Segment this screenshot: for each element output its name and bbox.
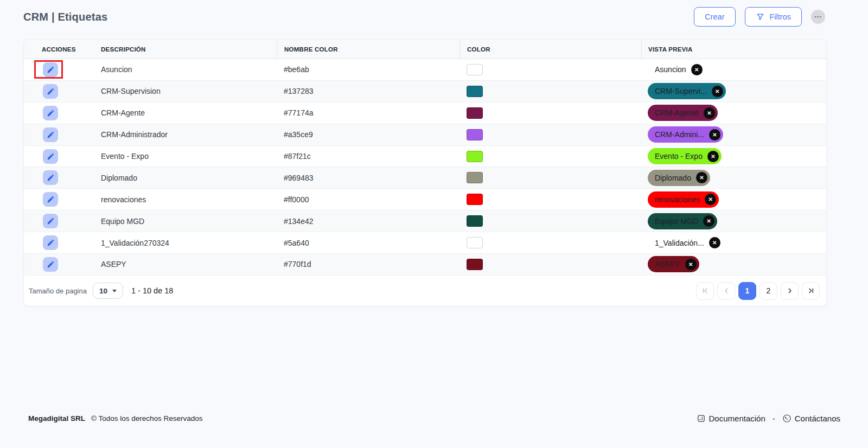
prev-page-button[interactable] [717,282,735,300]
actions-cell [24,214,93,228]
color-cell [459,172,641,183]
ellipsis-icon: ... [814,11,821,19]
footer: Megadigital SRL © Todos los derechos Res… [0,408,868,428]
x-circle-icon[interactable]: ✕ [704,107,715,119]
actions-cell [24,106,93,120]
edit-button[interactable] [43,62,58,77]
preview-chip: 1_Validación... ✕ [648,235,723,251]
color-swatch [467,172,483,183]
last-page-button[interactable] [802,282,820,300]
x-circle-icon[interactable]: ✕ [691,64,703,75]
preview-chip-label: CRM-Agente [655,108,699,117]
page-size-select[interactable]: 10 [93,283,123,299]
create-button[interactable]: Crear [694,7,735,27]
color-swatch [467,151,483,162]
actions-cell [24,257,93,272]
footer-rights: © Todos los derechos Reservados [91,414,203,423]
column-header-nombre-color: NOMBRE COLOR [277,40,459,59]
x-circle-icon[interactable]: ✕ [709,129,720,140]
preview-chip-label: 1_Validación... [655,239,704,247]
pagination-bar: Tamaño de pagina 10 1 - 10 de 18 [24,276,826,306]
row-color-name: #77174a [277,108,459,117]
actions-cell [24,84,93,99]
first-page-icon [701,286,710,295]
chevron-right-icon [786,286,794,295]
preview-cell: Evento - Expo ✕ [641,148,826,164]
table-row: CRM-Supervision #137283 CRM-Supervi... ✕ [24,81,826,103]
table-body: Asuncion #be6ab Asuncion ✕ [24,59,826,276]
color-swatch [467,129,483,140]
column-header-color: COLOR [459,40,641,59]
pagination-buttons: 1 2 [696,282,820,300]
color-cell [459,129,641,140]
x-circle-icon[interactable]: ✕ [685,259,697,270]
page-button-2[interactable]: 2 [760,282,777,300]
color-swatch [467,194,483,205]
row-color-name: #be6ab [277,65,459,74]
color-swatch [467,215,483,227]
preview-chip-label: CRM-Admini... [655,130,704,139]
more-options-button[interactable]: ... [811,10,825,24]
last-page-icon [807,286,815,295]
preview-chip-label: Evento - Expo [655,152,703,161]
row-color-name: #5a640 [277,239,459,247]
filters-button[interactable]: Filtros [745,7,802,27]
x-circle-icon[interactable]: ✕ [712,86,723,97]
color-swatch [467,237,483,248]
documentation-link[interactable]: Documentación [697,414,765,423]
x-circle-icon[interactable]: ✕ [703,215,714,227]
row-color-name: #ff0000 [277,195,459,204]
color-cell [459,151,641,162]
edit-button[interactable] [43,84,58,99]
filters-button-label: Filtros [770,12,791,21]
x-circle-icon[interactable]: ✕ [705,194,716,205]
color-swatch [467,64,483,75]
row-description: Equipo MGD [93,217,277,226]
edit-button[interactable] [43,257,58,272]
pencil-icon [47,109,55,117]
etiquetas-table-card: ACCIONES DESCRIPCIÓN NOMBRE COLOR COLOR … [23,39,827,306]
edit-button[interactable] [43,235,58,250]
preview-chip: ASEPY ✕ [648,256,699,272]
color-swatch [467,259,483,270]
contact-label: Contáctanos [795,414,840,423]
x-circle-icon[interactable]: ✕ [696,172,707,183]
edit-button[interactable] [43,106,58,120]
preview-cell: CRM-Supervi... ✕ [641,83,826,99]
preview-cell: renovaciones ✕ [641,191,826,208]
row-description: 1_Validación270324 [93,239,277,247]
contact-link[interactable]: Contáctanos [782,414,840,423]
edit-button[interactable] [43,149,58,164]
edit-button[interactable] [43,127,58,142]
table-row: Diplomado #969483 Diplomado ✕ [24,167,826,189]
preview-chip-label: Equipo MGD [655,217,698,226]
row-description: CRM-Administrador [93,130,277,139]
edit-button[interactable] [43,192,58,207]
page-size-label: Tamaño de pagina [29,287,87,295]
funnel-icon [756,12,765,22]
row-color-name: #137283 [277,87,459,95]
x-circle-icon[interactable]: ✕ [707,151,719,162]
column-header-descripcion: DESCRIPCIÓN [93,40,277,59]
footer-company: Megadigital SRL [28,414,85,423]
row-color-name: #87f21c [277,152,459,161]
x-circle-icon[interactable]: ✕ [709,237,720,248]
table-row: ASEPY #770f1d ASEPY ✕ [24,254,826,276]
column-header-vista-previa: VISTA PREVIA [641,40,826,59]
table-row: Evento - Expo #87f21c Evento - Expo ✕ [24,146,826,168]
footer-separator: - [773,414,775,423]
page-button-1[interactable]: 1 [738,282,756,300]
preview-chip: CRM-Admini... ✕ [648,126,723,143]
book-icon [697,414,706,423]
actions-cell [24,62,93,77]
phone-icon [782,414,792,423]
chevron-left-icon [722,286,731,295]
column-header-acciones: ACCIONES [24,40,93,59]
next-page-button[interactable] [781,282,799,300]
edit-button[interactable] [43,214,58,228]
row-color-name: #a35ce9 [277,130,459,139]
pencil-icon [47,260,55,268]
preview-chip-label: Diplomado [655,174,691,182]
first-page-button[interactable] [696,282,714,300]
edit-button[interactable] [43,170,58,185]
